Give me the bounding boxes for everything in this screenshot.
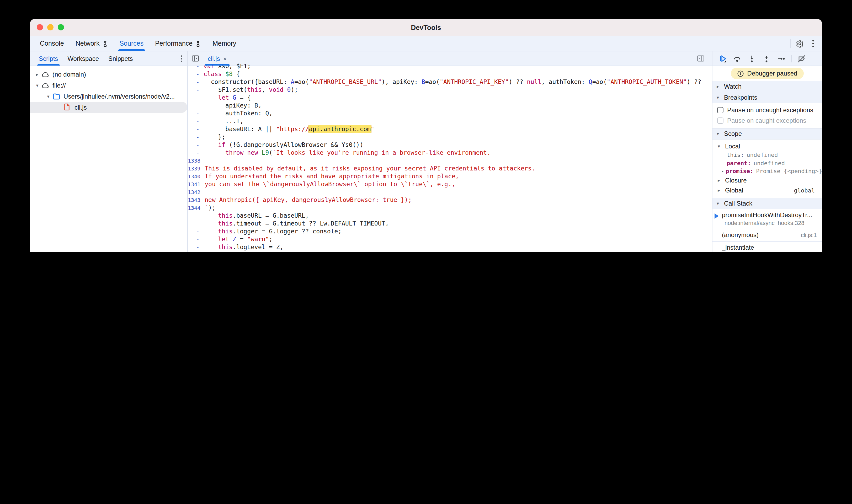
- tab-console[interactable]: Console: [34, 36, 70, 51]
- code-line[interactable]: -class $8 {: [188, 70, 712, 78]
- tree-item-file-[interactable]: ▾file://: [30, 80, 187, 91]
- navigator-tab-scripts[interactable]: Scripts: [34, 51, 63, 66]
- code-line[interactable]: - this.baseURL = G.baseURL,: [188, 212, 712, 220]
- line-gutter[interactable]: -: [188, 133, 199, 141]
- step-over-icon[interactable]: [732, 54, 742, 63]
- code-line[interactable]: - ...I,: [188, 118, 712, 125]
- line-gutter[interactable]: -: [188, 86, 199, 94]
- section-call-stack[interactable]: ▾Call Stack: [712, 197, 822, 209]
- code-line[interactable]: - let G = {: [188, 94, 712, 102]
- tree-item-label: cli.js: [74, 104, 87, 111]
- line-gutter[interactable]: -: [188, 149, 199, 157]
- line-gutter[interactable]: 1343: [188, 196, 200, 204]
- line-gutter[interactable]: -: [188, 235, 199, 244]
- tab-memory[interactable]: Memory: [207, 36, 242, 51]
- code-line[interactable]: - constructor({baseURL: A=ao("ANTHROPIC_…: [188, 78, 712, 86]
- code-line[interactable]: - apiKey: B,: [188, 102, 712, 110]
- code-line[interactable]: - this.timeout = G.timeout ?? Lw.DEFAULT…: [188, 220, 712, 228]
- code-line[interactable]: 1342: [188, 188, 712, 196]
- settings-gear-icon[interactable]: [793, 36, 806, 51]
- line-gutter[interactable]: 1340: [188, 173, 200, 180]
- code-line[interactable]: 1344`);: [188, 204, 712, 212]
- section-scope[interactable]: ▾Scope: [712, 128, 822, 140]
- scope-group-closure[interactable]: ▸Closure: [712, 176, 822, 185]
- line-gutter[interactable]: 1342: [188, 188, 200, 196]
- code-line[interactable]: - authToken: Q,: [188, 110, 712, 118]
- line-gutter[interactable]: -: [188, 94, 199, 102]
- tab-label: Memory: [212, 40, 236, 47]
- line-gutter[interactable]: -: [188, 78, 199, 86]
- zoom-window-button[interactable]: [58, 24, 64, 31]
- line-gutter[interactable]: 1344: [188, 204, 200, 212]
- expand-arrow-icon[interactable]: ▸: [721, 169, 726, 174]
- line-gutter[interactable]: -: [188, 110, 199, 118]
- minimize-window-button[interactable]: [47, 24, 54, 31]
- line-text: new Anthropic({ apiKey, dangerouslyAllow…: [200, 196, 412, 204]
- code-line[interactable]: 1341you can set the \`dangerouslyAllowBr…: [188, 180, 712, 188]
- source-code-view[interactable]: -var Xs0, $F1;-class $8 {- constructor({…: [188, 62, 712, 252]
- step-icon[interactable]: [777, 54, 786, 63]
- close-tab-icon[interactable]: ×: [223, 55, 227, 61]
- code-line[interactable]: - this.logLevel = Z,: [188, 244, 712, 251]
- line-gutter[interactable]: -: [188, 70, 199, 78]
- line-gutter[interactable]: 1341: [188, 180, 200, 188]
- editor-tab-clijs[interactable]: cli.js ×: [202, 51, 232, 66]
- navigator-tab-workspace[interactable]: Workspace: [63, 51, 104, 66]
- line-gutter[interactable]: -: [188, 102, 199, 110]
- navigator-tab-snippets[interactable]: Snippets: [104, 51, 138, 66]
- tree-item--no-domain-[interactable]: ▸(no domain): [30, 69, 187, 80]
- line-gutter[interactable]: -: [188, 125, 199, 133]
- tree-item-users-jinhuilee-nvm-versions-node-v2-[interactable]: ▾Users/jinhuilee/.nvm/versions/node/v2..…: [30, 91, 187, 102]
- breakpoint-option[interactable]: Pause on uncaught exceptions: [712, 105, 822, 115]
- line-gutter[interactable]: -: [188, 62, 199, 70]
- line-gutter[interactable]: -: [188, 244, 199, 251]
- more-options-icon[interactable]: [806, 36, 820, 51]
- code-line[interactable]: - let Z = "warn";: [188, 235, 712, 244]
- step-out-icon[interactable]: [762, 54, 771, 63]
- line-gutter[interactable]: -: [188, 141, 199, 149]
- step-into-icon[interactable]: [747, 54, 757, 63]
- line-gutter[interactable]: -: [188, 251, 199, 252]
- code-line[interactable]: - $F1.set(this, void 0);: [188, 86, 712, 94]
- code-line[interactable]: - this.logLevel = Hc1(G.logLevel, "Clien…: [188, 251, 712, 252]
- line-gutter[interactable]: 1338: [188, 157, 200, 165]
- navigator-more-icon[interactable]: [176, 51, 187, 66]
- code-line[interactable]: - if (!G.dangerouslyAllowBrowser && Ys0(…: [188, 141, 712, 149]
- variable-name: this:: [727, 152, 744, 159]
- call-stack-frame[interactable]: promiseInitHookWithDestroyTr...node:inte…: [712, 209, 822, 229]
- scope-variable-parent[interactable]: parent:undefined: [712, 159, 822, 167]
- scope-group-local[interactable]: ▾Local: [712, 141, 822, 151]
- code-line[interactable]: 1339This is disabled by default, as it r…: [188, 165, 712, 173]
- code-line[interactable]: - };: [188, 133, 712, 141]
- close-window-button[interactable]: [37, 24, 43, 31]
- tree-item-cli-js[interactable]: cli.js: [30, 102, 187, 113]
- tab-sources[interactable]: Sources: [113, 36, 149, 51]
- call-stack-frame[interactable]: _instantiatenode:internal/m...module_job…: [712, 241, 822, 252]
- tab-network[interactable]: Network: [70, 36, 114, 51]
- line-text: this.logLevel = Z,: [199, 244, 284, 251]
- code-line[interactable]: 1338: [188, 157, 712, 165]
- resume-script-icon[interactable]: [718, 54, 727, 63]
- deactivate-breakpoints-icon[interactable]: [797, 54, 806, 63]
- code-line[interactable]: 1340If you understand the risks and have…: [188, 173, 712, 180]
- line-gutter[interactable]: -: [188, 228, 199, 235]
- checkbox[interactable]: [717, 107, 724, 113]
- section-watch[interactable]: ▸Watch: [712, 81, 822, 92]
- scope-variable-promise[interactable]: ▸promise:Promise {<pending>}: [712, 167, 822, 176]
- code-line[interactable]: - baseURL: A || "https://api.anthropic.c…: [188, 125, 712, 133]
- line-gutter[interactable]: -: [188, 220, 199, 228]
- line-gutter[interactable]: -: [188, 118, 199, 125]
- line-gutter[interactable]: -: [188, 212, 199, 220]
- call-stack-frame[interactable]: (anonymous)cli.js:1: [712, 229, 822, 241]
- line-text: This is disabled by default, as it risks…: [200, 165, 535, 173]
- code-line[interactable]: 1343new Anthropic({ apiKey, dangerouslyA…: [188, 196, 712, 204]
- scope-group-label: Closure: [725, 177, 747, 184]
- code-line[interactable]: - throw new L9(`It looks like you're run…: [188, 149, 712, 157]
- section-breakpoints[interactable]: ▾Breakpoints: [712, 92, 822, 103]
- code-line[interactable]: - this.logger = G.logger ?? console;: [188, 228, 712, 235]
- scope-group-global[interactable]: ▸Globalglobal: [712, 185, 822, 195]
- line-gutter[interactable]: 1339: [188, 165, 200, 173]
- tab-performance[interactable]: Performance: [149, 36, 207, 51]
- scope-variable-this[interactable]: this:undefined: [712, 151, 822, 159]
- code-line[interactable]: -var Xs0, $F1;: [188, 62, 712, 70]
